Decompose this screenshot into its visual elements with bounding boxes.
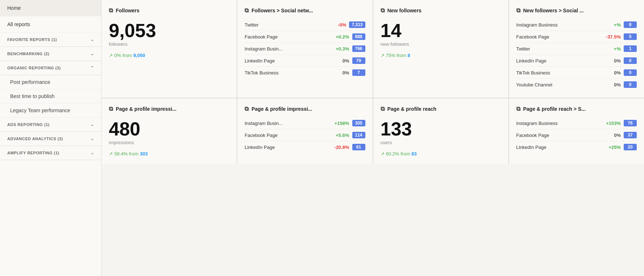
card-page-reach-social-title: ⧉ Page & profile reach > S...	[516, 106, 637, 112]
network-row-ig-reach: Instagram Business +153% 76	[516, 117, 637, 129]
card-new-followers: ⧉ New followers 14 new followers ↗ 75% f…	[373, 0, 508, 98]
card-page-impressions: ⧉ Page & profile impressi... 480 impress…	[102, 98, 237, 164]
card-page-impressions-social-title: ⧉ Page & profile impressi...	[245, 106, 365, 112]
followers-value: 9,053	[109, 21, 229, 40]
card-followers-social-title: ⧉ Followers > Social netw...	[245, 7, 365, 14]
card-page-reach: ⧉ Page & profile reach 133 users ↗ 60.2%…	[373, 98, 508, 164]
chevron-down-icon: ⌄	[90, 37, 94, 42]
benchmarking-label: BENCHMARKING (2)	[7, 52, 49, 56]
sidebar-item-all-reports[interactable]: All reports	[0, 16, 101, 33]
sidebar-section-organic-reporting[interactable]: ORGANIC REPORTING (3) ⌃	[0, 61, 101, 75]
network-row-tiktok-nf: TikTok Business 0% 0	[516, 67, 637, 79]
reach-change: ↗ 60.2% from 83	[381, 151, 501, 157]
sidebar-section-ads-reporting[interactable]: ADS REPORTING (1) ⌄	[0, 118, 101, 132]
all-reports-label: All reports	[7, 21, 30, 27]
card-page-impressions-title: ⧉ Page & profile impressi...	[109, 106, 229, 112]
layers-icon: ⧉	[109, 7, 113, 14]
cards-grid: ⧉ Followers 9,053 followers ↗ 0% from 9,…	[102, 0, 644, 164]
network-row-linkedin-nf: LinkedIn Page 0% 0	[516, 55, 637, 67]
network-row-instagram: Instagram Busin... +0.3% 766	[245, 43, 365, 55]
ads-reporting-label: ADS REPORTING (1)	[7, 122, 50, 127]
network-row-facebook: Facebook Page +0.2% 888	[245, 31, 365, 43]
sidebar-item-post-performance[interactable]: Post performance	[0, 75, 101, 89]
favorite-reports-label: FAVORITE REPORTS (1)	[7, 37, 57, 42]
sidebar-section-advanced-analytics[interactable]: ADVANCED ANALYTICS (3) ⌄	[0, 132, 101, 146]
card-page-reach-social: ⧉ Page & profile reach > S... Instagram …	[509, 98, 644, 164]
network-row-fb-impressions: Facebook Page +5.6% 114	[245, 129, 365, 141]
arrow-up-icon: ↗	[381, 53, 385, 58]
arrow-up-icon: ↗	[109, 151, 113, 157]
impressions-value: 480	[109, 119, 229, 138]
card-new-followers-social-title: ⧉ New followers > Social ...	[516, 7, 637, 14]
reach-value: 133	[381, 119, 501, 138]
sidebar-item-legacy-team[interactable]: Legacy Team performance	[0, 104, 101, 118]
sidebar-item-home[interactable]: Home	[0, 0, 101, 16]
card-followers-title: ⧉ Followers	[109, 7, 229, 14]
network-row-youtube-nf: Youtube Channel 0% 0	[516, 79, 637, 90]
arrow-up-icon: ↗	[109, 53, 113, 58]
sidebar: Home All reports FAVORITE REPORTS (1) ⌄ …	[0, 0, 102, 276]
followers-change: ↗ 0% from 9,050	[109, 53, 229, 58]
organic-reporting-label: ORGANIC REPORTING (3)	[7, 66, 61, 70]
network-row-li-impressions: LinkedIn Page -20.8% 61	[245, 141, 365, 153]
chevron-down-icon: ⌄	[90, 136, 94, 141]
layers-icon: ⧉	[109, 106, 113, 112]
network-row-ig-business: Instagram Business +% 8	[516, 19, 637, 31]
card-followers: ⧉ Followers 9,053 followers ↗ 0% from 9,…	[102, 0, 237, 98]
followers-label: followers	[109, 41, 229, 47]
new-followers-label: new followers	[381, 41, 501, 47]
network-row-li-reach: LinkedIn Page +25% 20	[516, 141, 637, 153]
chevron-down-icon: ⌄	[90, 150, 94, 155]
layers-icon: ⧉	[516, 7, 520, 14]
impressions-label: impressions	[109, 140, 229, 145]
main-content: ⧉ Followers 9,053 followers ↗ 0% from 9,…	[102, 0, 644, 276]
arrow-up-icon: ↗	[381, 151, 385, 157]
card-page-reach-title: ⧉ Page & profile reach	[381, 106, 501, 112]
layers-icon: ⧉	[381, 106, 385, 112]
new-followers-change: ↗ 75% from 8	[381, 53, 501, 58]
network-row-twitter: Twitter -0% 7,313	[245, 19, 365, 31]
sidebar-section-benchmarking[interactable]: BENCHMARKING (2) ⌄	[0, 47, 101, 61]
sidebar-item-best-time[interactable]: Best time to publish	[0, 89, 101, 104]
chevron-up-icon: ⌃	[90, 65, 94, 70]
advanced-analytics-label: ADVANCED ANALYTICS (3)	[7, 137, 63, 141]
card-page-impressions-social: ⧉ Page & profile impressi... Instagram B…	[237, 98, 372, 164]
network-row-fb-page: Facebook Page -37.5% 5	[516, 31, 637, 43]
impressions-change: ↗ 58.4% from 303	[109, 151, 229, 157]
sidebar-section-favorite-reports[interactable]: FAVORITE REPORTS (1) ⌄	[0, 33, 101, 47]
network-row-ig-impressions: Instagram Busin... +158% 305	[245, 117, 365, 129]
layers-icon: ⧉	[245, 106, 249, 112]
card-new-followers-social: ⧉ New followers > Social ... Instagram B…	[509, 0, 644, 98]
network-row-fb-reach: Facebook Page 0% 37	[516, 129, 637, 141]
chevron-down-icon: ⌄	[90, 122, 94, 127]
chevron-down-icon: ⌄	[90, 51, 94, 56]
network-row-tiktok: TikTok Business 0% 7	[245, 67, 365, 78]
new-followers-value: 14	[381, 21, 501, 40]
network-row-linkedin: LinkedIn Page 0% 79	[245, 55, 365, 67]
card-followers-social: ⧉ Followers > Social netw... Twitter -0%…	[237, 0, 372, 98]
network-row-twitter-nf: Twitter +% 1	[516, 43, 637, 55]
layers-icon: ⧉	[245, 7, 249, 14]
amplify-reporting-label: AMPLIFY REPORTING (1)	[7, 151, 60, 155]
layers-icon: ⧉	[381, 7, 385, 14]
reach-label: users	[381, 140, 501, 145]
card-new-followers-title: ⧉ New followers	[381, 7, 501, 14]
home-label: Home	[7, 5, 21, 11]
sidebar-section-amplify-reporting[interactable]: AMPLIFY REPORTING (1) ⌄	[0, 146, 101, 160]
layers-icon: ⧉	[516, 106, 520, 112]
